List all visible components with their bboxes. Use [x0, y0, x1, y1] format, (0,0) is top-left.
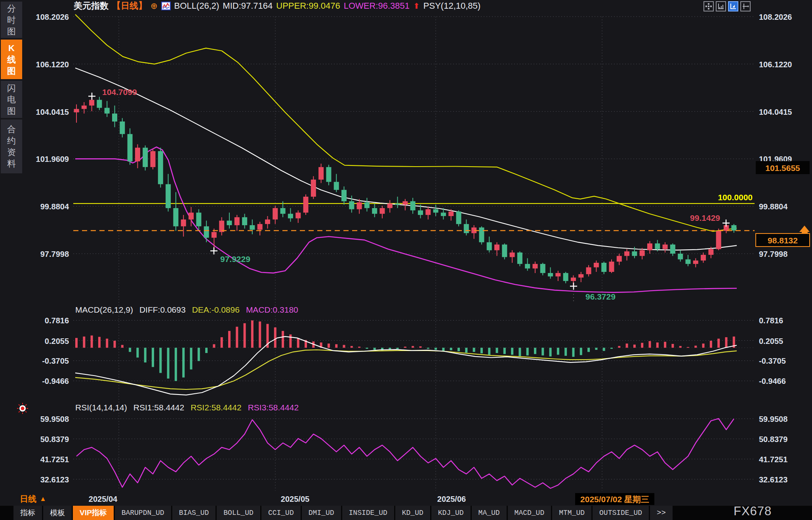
sidebar-item-char: 时	[7, 14, 16, 26]
rsi1-value: RSI1:58.4442	[133, 403, 184, 412]
sidebar-item-char: 合	[7, 123, 16, 135]
alert-price-label: 101.5655	[765, 163, 800, 173]
record-icon	[17, 402, 29, 416]
sidebar-item-char: K	[8, 42, 15, 54]
shift-axis-button[interactable]	[740, 1, 751, 11]
rsi-params[interactable]: RSI(14,14,14)	[75, 403, 127, 412]
candle-body	[418, 211, 423, 215]
period-selector[interactable]: 日线 ▲	[20, 493, 46, 505]
rsi-axis-label-left: 41.7251	[40, 455, 69, 464]
macd-axis-label-right: -0.3705	[759, 357, 786, 365]
sidebar-item-char: 电	[7, 94, 16, 105]
macd-diff-value: DIFF:0.0693	[139, 305, 186, 315]
candle-body	[204, 226, 209, 238]
macd-axis-label-right: 0.7816	[759, 316, 783, 325]
sidebar-item-4[interactable]: 合约资料	[1, 120, 22, 173]
candle-body	[670, 245, 675, 254]
indicator-tab--[interactable]: >>	[650, 506, 673, 520]
indicator-tab-kd-ud[interactable]: KD_UD	[395, 506, 430, 520]
candle-body	[494, 245, 499, 250]
sidebar-item-char: 约	[7, 135, 16, 146]
candle-body	[731, 225, 736, 231]
indicator-tab-macd-ud[interactable]: MACD_UD	[508, 506, 551, 520]
sidebar-item-1[interactable]: 分时图	[1, 2, 22, 38]
pan-mode-button[interactable]	[703, 1, 714, 11]
auto-scale-button[interactable]	[728, 1, 738, 11]
candle-body	[578, 274, 583, 278]
candle-body	[571, 277, 576, 281]
candle-body	[655, 243, 660, 249]
indicator-tab-kdj-ud[interactable]: KDJ_UD	[431, 506, 471, 520]
sidebar-item-3[interactable]: 闪电图	[1, 81, 22, 118]
candle-body	[395, 203, 400, 205]
rsi2-value: RSI2:58.4442	[191, 403, 241, 412]
rsi-axis-label-right: 32.6123	[759, 475, 787, 484]
chart-toolbuttons	[703, 1, 751, 11]
indicator-tab-barupdn-ud[interactable]: BARUPDN_UD	[115, 506, 171, 520]
last-price-label: 98.8132	[768, 236, 798, 245]
indicator-tab-模板[interactable]: 模板	[43, 506, 72, 520]
candle-body	[632, 251, 637, 256]
y-axis-label-left: 108.2026	[36, 13, 69, 21]
indicator-tab-ma-ud[interactable]: MA_UD	[472, 506, 507, 520]
candle-body	[212, 232, 217, 237]
macd-diff-line	[75, 336, 737, 395]
round-level-label: 100.0000	[718, 193, 753, 202]
x-axis-date-label: 2025/04	[89, 495, 118, 503]
crosshair-date-label: 2025/07/02 星期三	[580, 495, 649, 504]
indicator-tab-inside-ud[interactable]: INSIDE_UD	[342, 506, 394, 520]
candle-body	[433, 209, 438, 213]
chart-surface[interactable]: 108.2026108.2026106.1220106.1220104.0415…	[0, 0, 812, 520]
rsi-axis-label-right: 59.9508	[759, 415, 787, 423]
indicator-tab-cci-ud[interactable]: CCI_UD	[261, 506, 301, 520]
candle-body	[112, 114, 117, 121]
y-axis-label-right: 106.1220	[759, 60, 792, 69]
candle-body	[502, 245, 507, 257]
candle-body	[441, 213, 446, 216]
candle-body	[586, 268, 591, 274]
macd-params[interactable]: MACD(26,12,9)	[75, 305, 133, 315]
boll-mid-value: MID:97.7164	[223, 1, 273, 11]
candle-body	[708, 249, 713, 255]
y-axis-label-right: 104.0415	[759, 108, 792, 116]
axis-scale-button[interactable]	[716, 1, 726, 11]
sidebar: 分时图K线图闪电图合约资料	[0, 0, 23, 495]
psy-params[interactable]: PSY(12,10,85)	[423, 1, 480, 11]
candle-body	[387, 203, 393, 208]
indicator-tab-boll-ud[interactable]: BOLL_UD	[217, 506, 260, 520]
mini-chart-icon[interactable]	[161, 1, 171, 11]
sidebar-item-2[interactable]: K线图	[1, 40, 22, 79]
boll-params[interactable]: BOLL(26,2)	[174, 1, 219, 11]
candle-body	[196, 213, 201, 226]
macd-axis-label-right: 0.2055	[759, 337, 783, 345]
indicator-tab-outside-ud[interactable]: OUTSIDE_UD	[593, 506, 649, 520]
macd-pane-header: MACD(26,12,9) DIFF:0.0693 DEA:-0.0896 MA…	[75, 305, 298, 315]
price-annotation: 96.3729	[585, 292, 616, 301]
crosshair-toggle-icon[interactable]: ⊕	[151, 1, 158, 11]
candle-body	[402, 201, 408, 205]
candle-body	[456, 212, 461, 224]
candle-body	[647, 243, 652, 250]
price-annotation: 97.9229	[220, 254, 250, 264]
candle-body	[380, 208, 385, 214]
candle-body	[617, 256, 622, 262]
indicator-tab-dmi-ud[interactable]: DMI_UD	[302, 506, 341, 520]
candle-body	[425, 209, 431, 215]
indicator-tab-mtm-ud[interactable]: MTM_UD	[552, 506, 591, 520]
indicator-tab-指标[interactable]: 指标	[13, 506, 42, 520]
candle-body	[678, 254, 683, 259]
x-axis-date-label: 2025/05	[281, 495, 309, 503]
candle-body	[686, 259, 691, 264]
candle-body	[663, 245, 668, 249]
y-axis-label-left: 106.1220	[36, 60, 69, 69]
indicator-tab-bias-ud[interactable]: BIAS_UD	[172, 506, 216, 520]
sidebar-item-char: 闪	[7, 82, 16, 94]
indicator-tab-vip指标[interactable]: VIP指标	[73, 506, 114, 520]
candle-body	[540, 264, 545, 273]
candle-body	[533, 264, 538, 269]
candle-body	[273, 208, 278, 220]
candle-body	[181, 220, 186, 226]
period-tag[interactable]: 【日线】	[112, 0, 147, 12]
candle-body	[525, 264, 530, 269]
candle-body	[97, 100, 102, 108]
